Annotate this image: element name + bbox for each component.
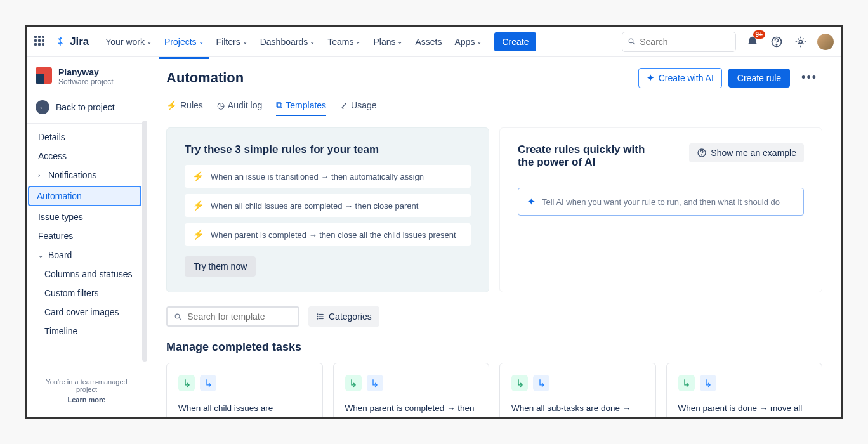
nav-item-apps[interactable]: Apps⌄ xyxy=(449,33,487,51)
jira-logo-icon xyxy=(53,35,67,49)
svg-point-4 xyxy=(799,40,803,43)
suggested-rule[interactable]: ⚡When an issue is transitioned → then au… xyxy=(185,165,471,188)
tab-audit-log[interactable]: ◷Audit log xyxy=(217,100,262,115)
top-nav: Jira Your work⌄Projects⌄Filters⌄Dashboar… xyxy=(27,27,841,57)
nav-item-projects[interactable]: Projects⌄ xyxy=(159,33,209,51)
brand-name: Jira xyxy=(70,36,89,48)
tab-icon: ⚡ xyxy=(166,100,177,110)
tab-usage[interactable]: ⤤Usage xyxy=(340,100,376,115)
ai-placeholder: Tell AI when you want your rule to run, … xyxy=(542,197,780,207)
sidebar-footer: You're in a team-managed project Learn m… xyxy=(27,372,147,410)
trigger-icon: ↳ xyxy=(511,375,528,391)
sidebar-item-label: Notifications xyxy=(48,170,96,180)
sidebar: Planyway Software project ← Back to proj… xyxy=(27,57,147,417)
list-icon xyxy=(316,312,325,321)
card-text: When all child issues are completed → th… xyxy=(178,403,311,417)
bolt-icon: ⚡ xyxy=(192,171,204,182)
sidebar-item-details[interactable]: Details xyxy=(27,127,147,147)
sidebar-item-label: Issue types xyxy=(38,212,83,222)
nav-item-teams[interactable]: Teams⌄ xyxy=(322,33,365,51)
create-with-ai-button[interactable]: ✦ Create with AI xyxy=(638,68,722,88)
settings-icon[interactable] xyxy=(793,34,808,49)
chevron-down-icon: ⌄ xyxy=(310,38,315,45)
trigger-icon: ↳ xyxy=(178,375,195,391)
global-search[interactable] xyxy=(622,32,736,52)
tab-rules[interactable]: ⚡Rules xyxy=(166,100,203,115)
try-them-now-button[interactable]: Try them now xyxy=(185,256,256,277)
tab-icon: ◷ xyxy=(217,100,225,110)
user-avatar[interactable] xyxy=(817,34,834,50)
nav-item-plans[interactable]: Plans⌄ xyxy=(368,33,407,51)
categories-label: Categories xyxy=(329,311,372,322)
sidebar-item-custom-filters[interactable]: Custom filters xyxy=(27,284,147,303)
more-actions-button[interactable]: ••• xyxy=(796,67,822,88)
nav-item-label: Your work xyxy=(105,37,145,47)
nav-item-dashboards[interactable]: Dashboards⌄ xyxy=(255,33,320,51)
main-content: Automation ✦ Create with AI Create rule … xyxy=(147,57,841,417)
app-switcher-icon[interactable] xyxy=(34,36,47,48)
back-to-project[interactable]: ← Back to project xyxy=(27,94,147,121)
nav-item-label: Filters xyxy=(216,37,240,47)
card-text: When parent is completed → then close al… xyxy=(345,403,478,417)
sidebar-list: DetailsAccess›NotificationsAutomationIss… xyxy=(27,127,147,341)
content-tabs: ⚡Rules◷Audit log⧉Templates⤤Usage xyxy=(166,100,822,116)
back-arrow-icon: ← xyxy=(36,100,49,114)
sidebar-item-issue-types[interactable]: Issue types xyxy=(27,207,147,226)
sidebar-item-access[interactable]: Access xyxy=(27,147,147,166)
categories-button[interactable]: Categories xyxy=(308,306,379,327)
tab-templates[interactable]: ⧉Templates xyxy=(276,100,326,115)
suggested-rule[interactable]: ⚡When parent is completed → then close a… xyxy=(185,223,471,246)
nav-item-your-work[interactable]: Your work⌄ xyxy=(100,33,157,51)
sidebar-item-label: Automation xyxy=(37,191,82,201)
jira-logo[interactable]: Jira xyxy=(53,35,89,49)
notifications-icon[interactable]: 9+ xyxy=(745,34,760,49)
nav-item-filters[interactable]: Filters⌄ xyxy=(211,33,253,51)
bolt-icon: ⚡ xyxy=(192,200,204,211)
sidebar-item-card-cover-images[interactable]: Card cover images xyxy=(27,303,147,322)
template-card[interactable]: ↳↳When all child issues are completed → … xyxy=(166,363,323,417)
global-search-input[interactable] xyxy=(640,37,730,47)
sidebar-item-label: Card cover images xyxy=(44,307,119,317)
learn-more-link[interactable]: Learn more xyxy=(36,396,138,403)
sidebar-item-board[interactable]: ⌄Board xyxy=(27,245,147,264)
template-card[interactable]: ↳↳When parent is completed → then close … xyxy=(333,363,490,417)
svg-point-14 xyxy=(317,318,318,319)
help-icon[interactable] xyxy=(769,34,784,49)
create-rule-button[interactable]: Create rule xyxy=(728,69,790,88)
sidebar-item-label: Features xyxy=(38,231,73,241)
action-icon: ↳ xyxy=(700,375,716,391)
nav-item-assets[interactable]: Assets xyxy=(410,33,447,51)
ai-panel: Create rules quickly with the power of A… xyxy=(499,127,822,292)
back-label: Back to project xyxy=(56,102,115,112)
sparkle-icon: ✦ xyxy=(527,196,536,207)
ai-prompt-input[interactable]: ✦ Tell AI when you want your rule to run… xyxy=(518,188,804,216)
nav-items: Your work⌄Projects⌄Filters⌄Dashboards⌄Te… xyxy=(100,33,487,51)
sidebar-scrollbar[interactable] xyxy=(142,121,147,362)
sidebar-item-automation[interactable]: Automation xyxy=(28,186,141,206)
sidebar-item-columns-and-statuses[interactable]: Columns and statuses xyxy=(27,264,147,284)
nav-item-label: Teams xyxy=(327,37,353,47)
sidebar-item-notifications[interactable]: ›Notifications xyxy=(27,166,147,185)
nav-item-label: Assets xyxy=(415,37,442,47)
template-search-input[interactable] xyxy=(187,311,292,322)
template-card[interactable]: ↳↳When all sub-tasks are done → move par… xyxy=(499,363,656,417)
sidebar-item-timeline[interactable]: Timeline xyxy=(27,322,147,341)
sidebar-item-label: Timeline xyxy=(44,326,77,336)
page-title: Automation xyxy=(166,70,244,86)
nav-item-label: Apps xyxy=(454,37,475,47)
sidebar-item-label: Columns and statuses xyxy=(44,269,133,279)
template-card[interactable]: ↳↳When parent is done → move all sub-tas… xyxy=(666,363,823,417)
template-cards: ↳↳When all child issues are completed → … xyxy=(166,363,822,417)
search-icon xyxy=(174,312,182,322)
create-button[interactable]: Create xyxy=(494,32,536,51)
tab-icon: ⤤ xyxy=(340,100,348,110)
sidebar-item-features[interactable]: Features xyxy=(27,226,147,245)
suggested-rule[interactable]: ⚡When all child issues are completed → t… xyxy=(185,194,471,217)
project-type: Software project xyxy=(58,77,114,86)
card-icons: ↳↳ xyxy=(345,375,478,391)
project-header[interactable]: Planyway Software project xyxy=(27,65,147,94)
rule-text: When all child issues are completed → th… xyxy=(211,201,418,211)
template-search[interactable] xyxy=(166,306,299,327)
show-example-button[interactable]: Show me an example xyxy=(689,143,804,162)
notification-badge: 9+ xyxy=(753,30,765,39)
